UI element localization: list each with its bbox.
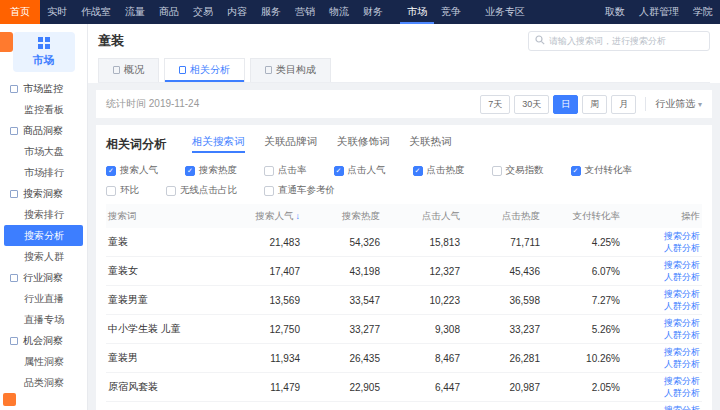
filter-click-heat[interactable]: 点击热度 bbox=[413, 164, 465, 177]
range-7d-button[interactable]: 7天 bbox=[480, 95, 510, 114]
search-analysis-link[interactable]: 搜索分析 bbox=[664, 404, 700, 410]
tab-related-brand-words[interactable]: 关联品牌词 bbox=[265, 135, 318, 153]
module-badge-market[interactable]: 市场 bbox=[13, 32, 75, 72]
nav-item-finance[interactable]: 财务 bbox=[356, 0, 390, 24]
filter-search-popularity[interactable]: 搜索人气 bbox=[106, 164, 158, 177]
tab-related-modifier-words[interactable]: 关联修饰词 bbox=[337, 135, 390, 153]
col-click-heat[interactable]: 点击热度 bbox=[478, 210, 558, 223]
nav-item-audience-management[interactable]: 人群管理 bbox=[632, 0, 686, 24]
sidebar-item-category-insight[interactable]: 品类洞察 bbox=[0, 372, 87, 393]
audience-analysis-link[interactable]: 人群分析 bbox=[664, 329, 700, 341]
sidebar-item-label: 行业直播 bbox=[24, 288, 64, 309]
col-pay-conversion[interactable]: 支付转化率 bbox=[558, 210, 638, 223]
checkbox-label: 搜索热度 bbox=[199, 164, 237, 177]
sidebar-item-label: 搜索洞察 bbox=[23, 183, 63, 204]
nav-item-warroom[interactable]: 作战室 bbox=[74, 0, 118, 24]
search-box[interactable] bbox=[528, 31, 710, 51]
checkbox-icon[interactable] bbox=[106, 166, 116, 176]
sort-desc-icon[interactable]: ↓ bbox=[296, 211, 301, 221]
checkbox-icon[interactable] bbox=[185, 166, 195, 176]
nav-item-home[interactable]: 首页 bbox=[0, 0, 40, 24]
col-click-popularity[interactable]: 点击人气 bbox=[398, 210, 478, 223]
sidebar-item-industry-insight[interactable]: 行业洞察 bbox=[0, 267, 87, 288]
nav-item-service[interactable]: 服务 bbox=[254, 0, 288, 24]
tab-icon bbox=[265, 66, 272, 74]
nav-item-realtime[interactable]: 实时 bbox=[40, 0, 74, 24]
nav-item-trade[interactable]: 交易 bbox=[186, 0, 220, 24]
sidebar-item-search-insight[interactable]: 搜索洞察 bbox=[0, 183, 87, 204]
search-analysis-link[interactable]: 搜索分析 bbox=[664, 259, 700, 271]
col-search-popularity[interactable]: 搜索人气↓ bbox=[238, 210, 318, 223]
range-30d-button[interactable]: 30天 bbox=[514, 95, 549, 114]
filter-pay-conversion[interactable]: 支付转化率 bbox=[571, 164, 633, 177]
sidebar-item-market-ranking[interactable]: 市场排行 bbox=[0, 162, 87, 183]
granularity-month-button[interactable]: 月 bbox=[611, 95, 636, 114]
nav-item-data-fetch[interactable]: 取数 bbox=[598, 0, 632, 24]
nav-item-market[interactable]: 市场 bbox=[400, 0, 434, 24]
sidebar-item-market-monitor[interactable]: 市场监控 bbox=[0, 78, 87, 99]
nav-item-competition[interactable]: 竞争 bbox=[434, 0, 468, 24]
checkbox-icon[interactable] bbox=[166, 186, 176, 196]
sidebar-item-search-ranking[interactable]: 搜索排行 bbox=[0, 204, 87, 225]
sidebar-item-search-analysis[interactable]: 搜索分析 bbox=[4, 225, 83, 246]
checkbox-icon[interactable] bbox=[571, 166, 581, 176]
sidebar-item-live-sessions[interactable]: 直播专场 bbox=[0, 309, 87, 330]
checkbox-icon[interactable] bbox=[413, 166, 423, 176]
filter-click-popularity[interactable]: 点击人气 bbox=[334, 164, 386, 177]
service-badge-icon[interactable] bbox=[3, 393, 16, 406]
checkbox-icon[interactable] bbox=[334, 166, 344, 176]
nav-item-business-zone[interactable]: 业务专区 bbox=[478, 0, 532, 24]
filter-chain-ratio[interactable]: 环比 bbox=[106, 184, 139, 197]
tab-related-analysis[interactable]: 相关分析 bbox=[164, 58, 245, 82]
sidebar-item-attribute-insight[interactable]: 属性洞察 bbox=[0, 351, 87, 372]
sidebar-item-product-insight[interactable]: 商品洞察 bbox=[0, 120, 87, 141]
sidebar-item-opportunity-insight[interactable]: 机会洞察 bbox=[0, 330, 87, 351]
top-navbar: 首页 实时 作战室 流量 商品 交易 内容 服务 营销 物流 财务 市场 竞争 … bbox=[0, 0, 720, 24]
divider bbox=[645, 97, 646, 111]
nav-item-marketing[interactable]: 营销 bbox=[288, 0, 322, 24]
audience-analysis-link[interactable]: 人群分析 bbox=[664, 271, 700, 283]
col-search-term: 搜索词 bbox=[106, 210, 238, 223]
filter-click-rate[interactable]: 点击率 bbox=[264, 164, 307, 177]
audience-analysis-link[interactable]: 人群分析 bbox=[664, 300, 700, 312]
filter-wireless-click-share[interactable]: 无线点击占比 bbox=[166, 184, 237, 197]
audience-analysis-link[interactable]: 人群分析 bbox=[664, 358, 700, 370]
checkbox-icon[interactable] bbox=[106, 186, 116, 196]
search-analysis-link[interactable]: 搜索分析 bbox=[664, 317, 700, 329]
nav-item-logistics[interactable]: 物流 bbox=[322, 0, 356, 24]
filter-search-heat[interactable]: 搜索热度 bbox=[185, 164, 237, 177]
search-analysis-link[interactable]: 搜索分析 bbox=[664, 346, 700, 358]
audience-analysis-link[interactable]: 人群分析 bbox=[664, 387, 700, 399]
sidebar-item-industry-live[interactable]: 行业直播 bbox=[0, 288, 87, 309]
nav-right-group: 取数 人群管理 学院 bbox=[598, 0, 720, 24]
checkbox-icon[interactable] bbox=[492, 166, 502, 176]
opportunity-icon bbox=[10, 337, 18, 345]
tab-related-search-words[interactable]: 相关搜索词 bbox=[192, 135, 245, 153]
industry-filter-dropdown[interactable]: 行业筛选 ▾ bbox=[655, 97, 702, 111]
nav-item-traffic[interactable]: 流量 bbox=[118, 0, 152, 24]
renew-badge-icon[interactable] bbox=[0, 32, 13, 52]
search-popularity-cell: 11,479 bbox=[238, 382, 318, 393]
col-search-heat[interactable]: 搜索热度 bbox=[318, 210, 398, 223]
granularity-day-button[interactable]: 日 bbox=[553, 95, 578, 114]
granularity-week-button[interactable]: 周 bbox=[582, 95, 607, 114]
tab-related-hot-words[interactable]: 关联热词 bbox=[410, 135, 452, 153]
search-analysis-link[interactable]: 搜索分析 bbox=[664, 288, 700, 300]
filter-trade-index[interactable]: 交易指数 bbox=[492, 164, 544, 177]
sidebar-item-search-audience[interactable]: 搜索人群 bbox=[0, 246, 87, 267]
checkbox-icon[interactable] bbox=[264, 186, 274, 196]
audience-analysis-link[interactable]: 人群分析 bbox=[664, 242, 700, 254]
nav-item-content[interactable]: 内容 bbox=[220, 0, 254, 24]
click-heat-cell: 36,598 bbox=[478, 295, 558, 306]
sidebar-item-monitor-board[interactable]: 监控看板 bbox=[0, 99, 87, 120]
tab-overview[interactable]: 概况 bbox=[98, 58, 159, 82]
checkbox-icon[interactable] bbox=[264, 166, 274, 176]
tab-category-composition[interactable]: 类目构成 bbox=[250, 58, 331, 82]
search-analysis-link[interactable]: 搜索分析 bbox=[664, 375, 700, 387]
sidebar-item-market-overview[interactable]: 市场大盘 bbox=[0, 141, 87, 162]
search-analysis-link[interactable]: 搜索分析 bbox=[664, 230, 700, 242]
nav-item-academy[interactable]: 学院 bbox=[686, 0, 720, 24]
nav-item-products[interactable]: 商品 bbox=[152, 0, 186, 24]
search-input[interactable] bbox=[549, 36, 703, 46]
filter-ztc-reference-price[interactable]: 直通车参考价 bbox=[264, 184, 335, 197]
